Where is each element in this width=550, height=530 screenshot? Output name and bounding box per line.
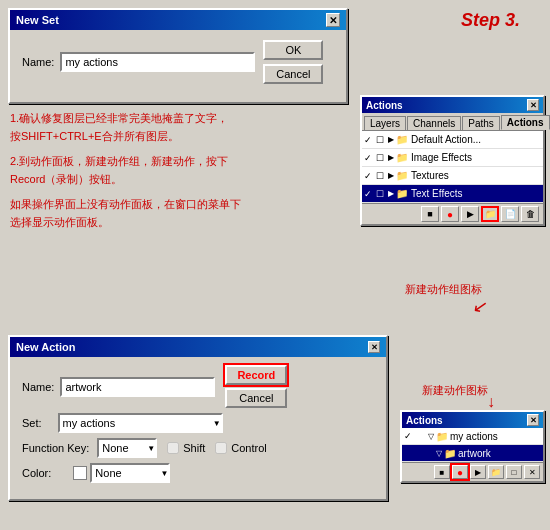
eye-textfx: ☐ <box>376 189 388 199</box>
delete-button-bottom[interactable]: ✕ <box>524 465 540 479</box>
actions-panel-top: Actions ✕ Layers Channels Paths Actions … <box>360 95 545 226</box>
control-checkbox[interactable] <box>215 442 227 454</box>
text-my-actions: my actions <box>450 431 498 442</box>
chinese-line2: 按SHIFT+CTRL+E合并所有图层。 <box>10 128 250 146</box>
new-action-icon-label: 新建动作图标 <box>422 383 488 398</box>
check-default: ✓ <box>364 135 376 145</box>
actions-panel-bottom-titlebar: Actions ✕ <box>402 412 543 428</box>
function-key-label: Function Key: <box>22 442 89 454</box>
folder-artwork: 📁 <box>444 448 456 459</box>
new-set-button-bottom[interactable]: 📁 <box>488 465 504 479</box>
new-set-button-top[interactable]: 📁 <box>481 206 499 222</box>
tab-layers[interactable]: Layers <box>364 116 406 130</box>
stop-button-top[interactable]: ■ <box>421 206 439 222</box>
new-set-titlebar: New Set ✕ <box>10 10 346 30</box>
new-set-title: New Set <box>16 14 59 26</box>
chinese-line1: 1.确认修复图层已经非常完美地掩盖了文字， <box>10 110 250 128</box>
chinese-line8: 选择显示动作面板。 <box>10 214 250 232</box>
new-action-dialog: New Action ✕ Name: Record Cancel Set: my… <box>8 335 388 501</box>
check-textures: ✓ <box>364 171 376 181</box>
tri-my-actions: ▽ <box>428 432 434 441</box>
shift-checkbox[interactable] <box>167 442 179 454</box>
triangle-textures: ▶ <box>388 171 394 180</box>
actions-panel-bottom-close[interactable]: ✕ <box>527 414 539 426</box>
new-action-cancel-button[interactable]: Cancel <box>225 388 287 408</box>
row-text-textures: Textures <box>411 170 541 181</box>
step-label: Step 3. <box>461 10 520 31</box>
set-select[interactable]: my actions <box>58 413 223 433</box>
check-textfx: ✓ <box>364 189 376 199</box>
check-image: ✓ <box>364 153 376 163</box>
row-text-default: Default Action... <box>411 134 541 145</box>
text-artwork: artwork <box>458 448 491 459</box>
folder-default: 📁 <box>396 134 408 145</box>
folder-textfx: 📁 <box>396 188 408 199</box>
new-action-button-top[interactable]: 📄 <box>501 206 519 222</box>
tab-channels[interactable]: Channels <box>407 116 461 130</box>
triangle-textfx: ▶ <box>388 189 394 198</box>
actions-panel-top-titlebar: Actions ✕ <box>362 97 543 113</box>
folder-my-actions: 📁 <box>436 431 448 442</box>
color-label: Color: <box>22 467 51 479</box>
ok-button[interactable]: OK <box>263 40 323 60</box>
chinese-line4: 2.到动作面板，新建动作组，新建动作，按下 <box>10 153 250 171</box>
actions-panel-top-close[interactable]: ✕ <box>527 99 539 111</box>
triangle-default: ▶ <box>388 135 394 144</box>
actions-panel-top-toolbar: ■ ● ▶ 📁 📄 🗑 <box>362 203 543 224</box>
new-set-close-button[interactable]: ✕ <box>326 13 340 27</box>
new-set-dialog: New Set ✕ Name: OK Cancel <box>8 8 348 104</box>
actions-panel-top-title: Actions <box>366 100 403 111</box>
eye-image: ☐ <box>376 153 388 163</box>
actions-panel-bottom-toolbar: ■ ● ▶ 📁 □ ✕ <box>402 462 543 481</box>
new-action-arrow: ↓ <box>487 393 495 411</box>
name-label: Name: <box>22 56 54 68</box>
new-action-titlebar: New Action ✕ <box>10 337 386 357</box>
delete-button-top[interactable]: 🗑 <box>521 206 539 222</box>
chinese-line5: Record（录制）按钮。 <box>10 171 250 189</box>
play-button-top[interactable]: ▶ <box>461 206 479 222</box>
eye-default: ☐ <box>376 135 388 145</box>
actions-panel-bottom: Actions ✕ ✓ ▽ 📁 my actions ▽ 📁 artwork ■… <box>400 410 545 483</box>
action-name-label: Name: <box>22 381 54 393</box>
record-button[interactable]: Record <box>225 365 287 385</box>
new-action-close[interactable]: ✕ <box>368 341 380 353</box>
row-text-image: Image Effects <box>411 152 541 163</box>
name-input[interactable] <box>60 52 255 72</box>
new-action-title: New Action <box>16 341 76 353</box>
panel-row-my-actions[interactable]: ✓ ▽ 📁 my actions <box>402 428 543 445</box>
control-label: Control <box>231 442 266 454</box>
action-name-input[interactable] <box>60 377 215 397</box>
panel-row-image-effects[interactable]: ✓ ☐ ▶ 📁 Image Effects <box>362 149 543 167</box>
panel-row-default[interactable]: ✓ ☐ ▶ 📁 Default Action... <box>362 131 543 149</box>
panel-row-artwork[interactable]: ▽ 📁 artwork <box>402 445 543 462</box>
record-button-top[interactable]: ● <box>441 206 459 222</box>
row-text-textfx: Text Effects <box>411 188 541 199</box>
panel-row-text-effects[interactable]: ✓ ☐ ▶ 📁 Text Effects <box>362 185 543 203</box>
new-group-label: 新建动作组图标 <box>405 282 482 297</box>
panel-row-textures[interactable]: ✓ ☐ ▶ 📁 Textures <box>362 167 543 185</box>
record-button-bottom[interactable]: ● <box>452 465 468 479</box>
new-action-button-bottom[interactable]: □ <box>506 465 522 479</box>
color-swatch <box>73 466 87 480</box>
check-my-actions: ✓ <box>404 431 416 441</box>
set-label: Set: <box>22 417 42 429</box>
function-key-select[interactable]: None <box>97 438 157 458</box>
folder-textures: 📁 <box>396 170 408 181</box>
eye-textures: ☐ <box>376 171 388 181</box>
chinese-line7: 如果操作界面上没有动作面板，在窗口的菜单下 <box>10 196 250 214</box>
stop-button-bottom[interactable]: ■ <box>434 465 450 479</box>
shift-label: Shift <box>183 442 205 454</box>
folder-image: 📁 <box>396 152 408 163</box>
tab-paths[interactable]: Paths <box>462 116 500 130</box>
actions-panel-bottom-content: ✓ ▽ 📁 my actions ▽ 📁 artwork <box>402 428 543 462</box>
triangle-image: ▶ <box>388 153 394 162</box>
chinese-instructions: 1.确认修复图层已经非常完美地掩盖了文字， 按SHIFT+CTRL+E合并所有图… <box>10 110 250 232</box>
actions-panel-bottom-title: Actions <box>406 415 443 426</box>
tab-actions[interactable]: Actions <box>501 115 550 130</box>
cancel-button[interactable]: Cancel <box>263 64 323 84</box>
color-select[interactable]: None <box>90 463 170 483</box>
tri-artwork: ▽ <box>436 449 442 458</box>
panel-tabs: Layers Channels Paths Actions ▶ <box>362 113 543 131</box>
actions-panel-top-content: ✓ ☐ ▶ 📁 Default Action... ✓ ☐ ▶ 📁 Image … <box>362 131 543 203</box>
play-button-bottom[interactable]: ▶ <box>470 465 486 479</box>
